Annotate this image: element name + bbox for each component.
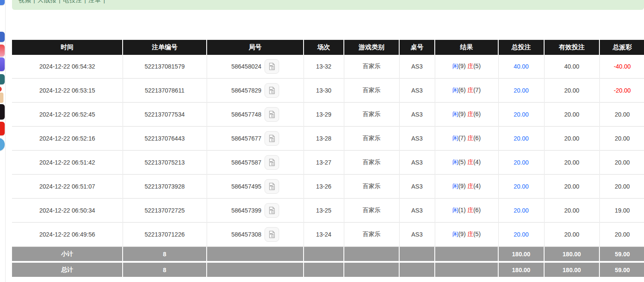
result-player-num: (5) [458, 159, 467, 165]
cell-table-no: AS3 [399, 78, 435, 102]
total-bet-link[interactable]: 20.00 [514, 231, 529, 238]
cell-payout: 20.00 [599, 150, 644, 174]
table-row: 2024-12-22 06:53:15 522137078611 5864578… [12, 78, 644, 102]
total-bet-link[interactable]: 20.00 [514, 159, 529, 166]
total-valid-bet: 180.00 [544, 262, 599, 277]
video-replay-button[interactable] [265, 203, 279, 218]
cell-valid-bet: 20.00 [544, 102, 599, 126]
cell-valid-bet: 20.00 [544, 198, 599, 222]
cell-result: 闲(9) 庄(5) [435, 222, 498, 246]
cell-round-no: 586457495 [207, 174, 304, 198]
result-banker-num: (6) [473, 111, 481, 117]
col-header-time: 时间 [12, 40, 123, 55]
cell-game-type: 百家乐 [344, 150, 399, 174]
table-row: 2024-12-22 06:52:45 522137077534 5864577… [12, 102, 644, 126]
black-app-icon[interactable] [0, 104, 5, 120]
result-banker-label: 庄 [467, 63, 473, 69]
table-body: 2024-12-22 06:54:32 522137081579 5864580… [12, 55, 644, 246]
video-replay-button[interactable] [265, 131, 279, 146]
result-player-num: (9) [458, 231, 467, 237]
table-row: 2024-12-22 06:51:42 522137075213 5864575… [12, 150, 644, 174]
round-no-text: 586457829 [231, 87, 261, 94]
result-banker-label: 庄 [467, 231, 473, 237]
col-header-table-no: 桌号 [399, 40, 435, 55]
left-dock [0, 0, 6, 282]
video-replay-icon [267, 62, 277, 71]
total-bet-link[interactable]: 20.00 [514, 207, 529, 214]
cell-total-bet: 20.00 [498, 174, 544, 198]
table-row: 2024-12-22 06:49:56 522137071226 5864573… [12, 222, 644, 246]
round-no-text: 586457677 [231, 135, 261, 142]
cell-table-no: AS3 [399, 150, 435, 174]
cell-session: 13-29 [304, 102, 344, 126]
table-row: 2024-12-22 06:50:34 522137072725 5864573… [12, 198, 644, 222]
cell-result: 闲(9) 庄(6) [435, 102, 498, 126]
cell-valid-bet: 40.00 [544, 55, 599, 78]
cell-payout: -20.00 [599, 78, 644, 102]
round-no-text: 586457308 [231, 231, 261, 238]
total-bet-link[interactable]: 40.00 [514, 63, 529, 70]
cell-round-no: 586458024 [207, 55, 304, 78]
bet-record-table: 时间 注单编号 局号 场次 游戏类别 桌号 结果 总投注 有效投注 总派彩 20… [12, 40, 644, 277]
col-header-valid-bet: 有效投注 [544, 40, 599, 55]
round-no-text: 586457495 [231, 183, 261, 190]
purple-app-icon[interactable] [0, 57, 5, 71]
video-replay-icon [267, 86, 277, 95]
cell-round-no: 586457829 [207, 78, 304, 102]
total-bet-link[interactable]: 20.00 [514, 111, 529, 118]
video-replay-button[interactable] [265, 83, 279, 98]
red-app-icon[interactable] [0, 122, 5, 135]
table-row: 2024-12-22 06:54:32 522137081579 5864580… [12, 55, 644, 78]
video-replay-button[interactable] [265, 107, 279, 122]
cell-game-type: 百家乐 [344, 55, 399, 78]
bet-record-panel: 时间 注单编号 局号 场次 游戏类别 桌号 结果 总投注 有效投注 总派彩 20… [12, 40, 644, 277]
cell-total-bet: 20.00 [498, 126, 544, 150]
total-bet-link[interactable]: 20.00 [514, 183, 529, 190]
subtotal-total-bet: 180.00 [498, 246, 544, 262]
result-player-num: (6) [458, 87, 467, 93]
col-header-payout: 总派彩 [599, 40, 644, 55]
blue-app-icon-partial[interactable] [0, 0, 5, 5]
total-bet-link[interactable]: 20.00 [514, 87, 529, 94]
total-bet-link[interactable]: 20.00 [514, 135, 529, 142]
result-player-num: (7) [458, 135, 467, 141]
teal-app-icon[interactable] [0, 74, 5, 84]
result-player-num: (9) [458, 183, 467, 189]
cell-payout: 20.00 [599, 102, 644, 126]
cell-bet-no: 522137078611 [123, 78, 207, 102]
video-replay-button[interactable] [265, 179, 279, 194]
result-banker-num: (4) [473, 183, 481, 189]
blue-app-icon[interactable] [0, 32, 5, 42]
red-pink-app-icon[interactable] [0, 45, 5, 57]
video-replay-button[interactable] [265, 155, 279, 170]
result-banker-label: 庄 [467, 111, 473, 117]
result-banker-num: (7) [473, 87, 481, 93]
cell-valid-bet: 20.00 [544, 222, 599, 246]
result-player-num: (9) [458, 111, 467, 117]
mascot-app-icon[interactable] [0, 87, 5, 104]
subtotal-row: 小计 8 180.00 180.00 59.00 [12, 246, 644, 262]
video-replay-icon [267, 182, 277, 191]
col-header-total-bet: 总投注 [498, 40, 544, 55]
cell-session: 13-28 [304, 126, 344, 150]
cell-round-no: 586457308 [207, 222, 304, 246]
video-replay-button[interactable] [265, 227, 279, 242]
cell-payout: 19.00 [599, 198, 644, 222]
cell-payout: -40.00 [599, 55, 644, 78]
video-replay-button[interactable] [265, 59, 279, 74]
video-replay-icon [267, 230, 277, 239]
video-replay-icon [267, 158, 277, 167]
result-player-label: 闲 [452, 135, 458, 141]
result-player-label: 闲 [452, 63, 458, 69]
cell-total-bet: 20.00 [498, 78, 544, 102]
result-player-label: 闲 [452, 231, 458, 237]
cell-result: 闲(5) 庄(4) [435, 150, 498, 174]
round-no-text: 586457587 [231, 159, 261, 166]
col-header-round-no: 局号 [207, 40, 304, 55]
table-row: 2024-12-22 06:52:16 522137076443 5864576… [12, 126, 644, 150]
cell-bet-no: 522137073928 [123, 174, 207, 198]
cell-game-type: 百家乐 [344, 222, 399, 246]
cell-payout: 20.00 [599, 222, 644, 246]
cell-session: 13-26 [304, 174, 344, 198]
lightblue-app-icon[interactable] [0, 138, 5, 151]
